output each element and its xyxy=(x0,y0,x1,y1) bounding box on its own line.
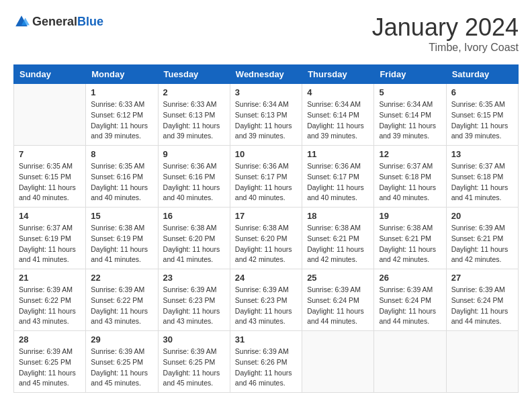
day-info: Sunrise: 6:39 AMSunset: 6:22 PMDaylight:… xyxy=(91,285,152,327)
calendar-cell: 28Sunrise: 6:39 AMSunset: 6:25 PMDayligh… xyxy=(14,331,86,393)
calendar-cell: 12Sunrise: 6:37 AMSunset: 6:18 PMDayligh… xyxy=(374,146,446,208)
week-row-1: 1Sunrise: 6:33 AMSunset: 6:12 PMDaylight… xyxy=(14,84,519,146)
day-number: 16 xyxy=(163,211,225,221)
calendar-cell: 23Sunrise: 6:39 AMSunset: 6:23 PMDayligh… xyxy=(158,269,230,331)
day-info: Sunrise: 6:34 AMSunset: 6:14 PMDaylight:… xyxy=(379,99,441,142)
logo-general: General xyxy=(32,15,77,28)
week-row-5: 28Sunrise: 6:39 AMSunset: 6:25 PMDayligh… xyxy=(14,331,519,393)
day-info: Sunrise: 6:39 AMSunset: 6:26 PMDaylight:… xyxy=(235,347,297,389)
calendar-table: SundayMondayTuesdayWednesdayThursdayFrid… xyxy=(13,64,519,393)
weekday-header-row: SundayMondayTuesdayWednesdayThursdayFrid… xyxy=(14,65,519,84)
day-number: 30 xyxy=(163,334,225,345)
calendar-cell: 3Sunrise: 6:34 AMSunset: 6:13 PMDaylight… xyxy=(230,84,302,146)
day-number: 23 xyxy=(163,273,225,283)
day-info: Sunrise: 6:37 AMSunset: 6:18 PMDaylight:… xyxy=(379,161,441,203)
calendar-cell: 19Sunrise: 6:38 AMSunset: 6:21 PMDayligh… xyxy=(374,208,446,269)
day-info: Sunrise: 6:38 AMSunset: 6:20 PMDaylight:… xyxy=(163,223,225,265)
day-info: Sunrise: 6:35 AMSunset: 6:15 PMDaylight:… xyxy=(19,161,81,203)
calendar-cell xyxy=(14,84,86,146)
calendar-cell: 8Sunrise: 6:35 AMSunset: 6:16 PMDaylight… xyxy=(86,146,158,208)
calendar-cell: 22Sunrise: 6:39 AMSunset: 6:22 PMDayligh… xyxy=(86,269,158,331)
day-info: Sunrise: 6:38 AMSunset: 6:20 PMDaylight:… xyxy=(235,223,297,265)
day-number: 8 xyxy=(91,149,152,159)
calendar-cell: 11Sunrise: 6:36 AMSunset: 6:17 PMDayligh… xyxy=(302,146,374,208)
calendar-cell: 10Sunrise: 6:36 AMSunset: 6:17 PMDayligh… xyxy=(230,146,302,208)
calendar-cell: 30Sunrise: 6:39 AMSunset: 6:25 PMDayligh… xyxy=(158,331,230,393)
day-info: Sunrise: 6:39 AMSunset: 6:25 PMDaylight:… xyxy=(91,347,152,389)
day-info: Sunrise: 6:39 AMSunset: 6:23 PMDaylight:… xyxy=(235,285,297,327)
day-number: 13 xyxy=(451,149,513,159)
day-number: 4 xyxy=(307,87,369,97)
day-number: 14 xyxy=(19,211,81,221)
day-info: Sunrise: 6:36 AMSunset: 6:16 PMDaylight:… xyxy=(163,161,225,203)
day-number: 24 xyxy=(235,273,297,283)
day-info: Sunrise: 6:39 AMSunset: 6:24 PMDaylight:… xyxy=(307,285,369,327)
location-title: Timbe, Ivory Coast xyxy=(372,42,519,54)
day-number: 5 xyxy=(379,87,441,97)
day-number: 25 xyxy=(307,273,369,283)
day-number: 15 xyxy=(91,211,152,221)
day-number: 21 xyxy=(19,273,81,283)
month-title: January 2024 xyxy=(372,13,519,42)
day-info: Sunrise: 6:39 AMSunset: 6:25 PMDaylight:… xyxy=(19,347,81,389)
day-number: 10 xyxy=(235,149,297,159)
calendar-cell: 4Sunrise: 6:34 AMSunset: 6:14 PMDaylight… xyxy=(302,84,374,146)
day-info: Sunrise: 6:39 AMSunset: 6:25 PMDaylight:… xyxy=(163,347,225,389)
calendar-cell: 6Sunrise: 6:35 AMSunset: 6:15 PMDaylight… xyxy=(446,84,518,146)
weekday-header-saturday: Saturday xyxy=(446,65,518,84)
calendar-cell: 18Sunrise: 6:38 AMSunset: 6:21 PMDayligh… xyxy=(302,208,374,269)
week-row-4: 21Sunrise: 6:39 AMSunset: 6:22 PMDayligh… xyxy=(14,269,519,331)
calendar-cell: 14Sunrise: 6:37 AMSunset: 6:19 PMDayligh… xyxy=(14,208,86,269)
week-row-2: 7Sunrise: 6:35 AMSunset: 6:15 PMDaylight… xyxy=(14,146,519,208)
day-info: Sunrise: 6:39 AMSunset: 6:22 PMDaylight:… xyxy=(19,285,81,327)
day-info: Sunrise: 6:36 AMSunset: 6:17 PMDaylight:… xyxy=(235,161,297,203)
day-number: 11 xyxy=(307,149,369,159)
calendar-cell: 13Sunrise: 6:37 AMSunset: 6:18 PMDayligh… xyxy=(446,146,518,208)
weekday-header-thursday: Thursday xyxy=(302,65,374,84)
week-row-3: 14Sunrise: 6:37 AMSunset: 6:19 PMDayligh… xyxy=(14,208,519,269)
day-number: 27 xyxy=(451,273,513,283)
day-info: Sunrise: 6:37 AMSunset: 6:19 PMDaylight:… xyxy=(19,223,81,265)
logo-blue: Blue xyxy=(77,15,103,28)
day-number: 2 xyxy=(163,87,225,97)
day-info: Sunrise: 6:33 AMSunset: 6:12 PMDaylight:… xyxy=(91,99,152,142)
weekday-header-tuesday: Tuesday xyxy=(158,65,230,84)
day-info: Sunrise: 6:39 AMSunset: 6:24 PMDaylight:… xyxy=(451,285,513,327)
calendar-cell: 16Sunrise: 6:38 AMSunset: 6:20 PMDayligh… xyxy=(158,208,230,269)
logo: GeneralBlue xyxy=(13,13,103,30)
logo-icon xyxy=(13,13,30,30)
calendar-cell: 20Sunrise: 6:39 AMSunset: 6:21 PMDayligh… xyxy=(446,208,518,269)
weekday-header-sunday: Sunday xyxy=(14,65,86,84)
calendar-cell: 7Sunrise: 6:35 AMSunset: 6:15 PMDaylight… xyxy=(14,146,86,208)
day-number: 17 xyxy=(235,211,297,221)
weekday-header-monday: Monday xyxy=(86,65,158,84)
day-number: 26 xyxy=(379,273,441,283)
calendar-cell: 21Sunrise: 6:39 AMSunset: 6:22 PMDayligh… xyxy=(14,269,86,331)
day-number: 22 xyxy=(91,273,152,283)
day-number: 29 xyxy=(91,334,152,345)
day-info: Sunrise: 6:34 AMSunset: 6:13 PMDaylight:… xyxy=(235,99,297,142)
day-info: Sunrise: 6:39 AMSunset: 6:21 PMDaylight:… xyxy=(451,223,513,265)
day-number: 19 xyxy=(379,211,441,221)
day-info: Sunrise: 6:34 AMSunset: 6:14 PMDaylight:… xyxy=(307,99,369,142)
calendar-cell: 1Sunrise: 6:33 AMSunset: 6:12 PMDaylight… xyxy=(86,84,158,146)
weekday-header-wednesday: Wednesday xyxy=(230,65,302,84)
calendar-cell xyxy=(446,331,518,393)
day-info: Sunrise: 6:37 AMSunset: 6:18 PMDaylight:… xyxy=(451,161,513,203)
day-number: 6 xyxy=(451,87,513,97)
weekday-header-friday: Friday xyxy=(374,65,446,84)
day-number: 31 xyxy=(235,334,297,345)
calendar-cell: 9Sunrise: 6:36 AMSunset: 6:16 PMDaylight… xyxy=(158,146,230,208)
day-info: Sunrise: 6:39 AMSunset: 6:24 PMDaylight:… xyxy=(379,285,441,327)
day-info: Sunrise: 6:35 AMSunset: 6:16 PMDaylight:… xyxy=(91,161,152,203)
calendar-cell: 2Sunrise: 6:33 AMSunset: 6:13 PMDaylight… xyxy=(158,84,230,146)
day-info: Sunrise: 6:36 AMSunset: 6:17 PMDaylight:… xyxy=(307,161,369,203)
calendar-cell: 24Sunrise: 6:39 AMSunset: 6:23 PMDayligh… xyxy=(230,269,302,331)
page-header: GeneralBlue January 2024 Timbe, Ivory Co… xyxy=(13,13,519,54)
day-info: Sunrise: 6:35 AMSunset: 6:15 PMDaylight:… xyxy=(451,99,513,142)
calendar-cell: 15Sunrise: 6:38 AMSunset: 6:19 PMDayligh… xyxy=(86,208,158,269)
calendar-cell: 31Sunrise: 6:39 AMSunset: 6:26 PMDayligh… xyxy=(230,331,302,393)
calendar-cell: 27Sunrise: 6:39 AMSunset: 6:24 PMDayligh… xyxy=(446,269,518,331)
day-number: 9 xyxy=(163,149,225,159)
calendar-cell: 25Sunrise: 6:39 AMSunset: 6:24 PMDayligh… xyxy=(302,269,374,331)
